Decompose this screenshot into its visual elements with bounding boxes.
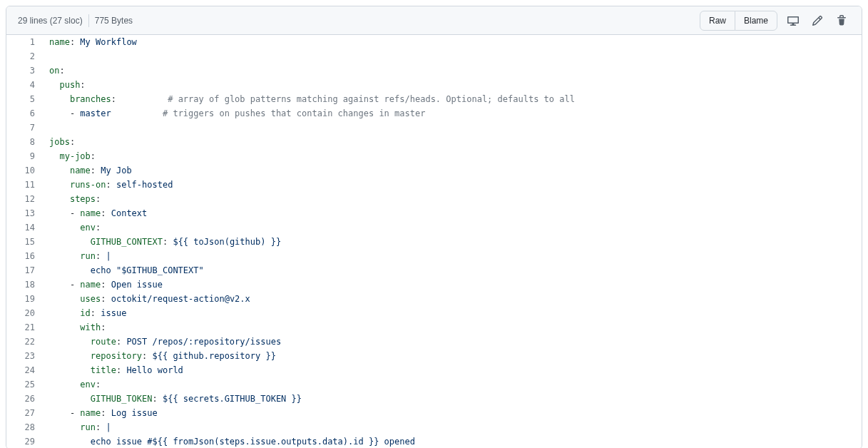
line-number[interactable]: 22 xyxy=(6,335,42,349)
line-number[interactable]: 18 xyxy=(6,278,42,292)
line-number[interactable]: 13 xyxy=(6,206,42,220)
line-content: name: My Workflow xyxy=(42,35,862,49)
code-table: 1name: My Workflow23on:4 push:5 branches… xyxy=(6,35,862,448)
line-content: run: | xyxy=(42,420,862,434)
line-number[interactable]: 16 xyxy=(6,249,42,263)
line-number[interactable]: 4 xyxy=(6,78,42,92)
code-line: 27 - name: Log issue xyxy=(6,406,862,420)
line-number[interactable]: 11 xyxy=(6,178,42,192)
line-number[interactable]: 23 xyxy=(6,349,42,363)
line-number[interactable]: 9 xyxy=(6,149,42,163)
line-content: branches: # array of glob patterns match… xyxy=(42,92,862,106)
code-line: 22 route: POST /repos/:repository/issues xyxy=(6,335,862,349)
line-content: on: xyxy=(42,63,862,78)
code-line: 1name: My Workflow xyxy=(6,35,862,49)
code-line: 12 steps: xyxy=(6,192,862,206)
code-line: 24 title: Hello world xyxy=(6,363,862,377)
code-line: 21 with: xyxy=(6,320,862,335)
pencil-icon[interactable] xyxy=(809,12,826,29)
line-content: uses: octokit/request-action@v2.x xyxy=(42,292,862,306)
divider xyxy=(88,14,89,27)
line-number[interactable]: 5 xyxy=(6,92,42,106)
code-line: 18 - name: Open issue xyxy=(6,278,862,292)
code-body: 1name: My Workflow23on:4 push:5 branches… xyxy=(6,35,862,448)
line-number[interactable]: 21 xyxy=(6,320,42,335)
code-line: 16 run: | xyxy=(6,249,862,263)
line-number[interactable]: 17 xyxy=(6,263,42,278)
line-content: jobs: xyxy=(42,135,862,149)
line-content: name: My Job xyxy=(42,163,862,178)
line-content: repository: ${{ github.repository }} xyxy=(42,349,862,363)
code-line: 10 name: My Job xyxy=(6,163,862,178)
line-number[interactable]: 1 xyxy=(6,35,42,49)
line-content: - name: Open issue xyxy=(42,278,862,292)
desktop-icon[interactable] xyxy=(785,12,802,29)
line-content: run: | xyxy=(42,249,862,263)
line-content: GITHUB_CONTEXT: ${{ toJson(github) }} xyxy=(42,235,862,249)
line-content xyxy=(42,49,862,63)
line-content xyxy=(42,121,862,135)
code-line: 9 my-job: xyxy=(6,149,862,163)
file-header: 29 lines (27 sloc) 775 Bytes Raw Blame xyxy=(6,6,862,35)
code-line: 28 run: | xyxy=(6,420,862,434)
line-content: push: xyxy=(42,78,862,92)
code-line: 4 push: xyxy=(6,78,862,92)
line-number[interactable]: 6 xyxy=(6,106,42,121)
code-line: 19 uses: octokit/request-action@v2.x xyxy=(6,292,862,306)
line-content: route: POST /repos/:repository/issues xyxy=(42,335,862,349)
file-box: 29 lines (27 sloc) 775 Bytes Raw Blame 1… xyxy=(6,6,862,448)
line-content: GITHUB_TOKEN: ${{ secrets.GITHUB_TOKEN }… xyxy=(42,392,862,406)
line-number[interactable]: 28 xyxy=(6,420,42,434)
raw-button[interactable]: Raw xyxy=(700,11,735,31)
code-line: 17 echo "$GITHUB_CONTEXT" xyxy=(6,263,862,278)
line-content: runs-on: self-hosted xyxy=(42,178,862,192)
line-number[interactable]: 26 xyxy=(6,392,42,406)
line-number[interactable]: 25 xyxy=(6,377,42,392)
blame-button[interactable]: Blame xyxy=(735,11,777,31)
line-content: with: xyxy=(42,320,862,335)
line-content: - name: Log issue xyxy=(42,406,862,420)
line-content: my-job: xyxy=(42,149,862,163)
line-content: echo issue #${{ fromJson(steps.issue.out… xyxy=(42,434,862,448)
line-number[interactable]: 10 xyxy=(6,163,42,178)
line-content: title: Hello world xyxy=(42,363,862,377)
line-number[interactable]: 8 xyxy=(6,135,42,149)
code-line: 14 env: xyxy=(6,220,862,235)
line-number[interactable]: 24 xyxy=(6,363,42,377)
line-number[interactable]: 7 xyxy=(6,121,42,135)
line-number[interactable]: 14 xyxy=(6,220,42,235)
line-number[interactable]: 12 xyxy=(6,192,42,206)
code-line: 8jobs: xyxy=(6,135,862,149)
code-line: 3on: xyxy=(6,63,862,78)
line-number[interactable]: 19 xyxy=(6,292,42,306)
line-content: env: xyxy=(42,377,862,392)
code-line: 25 env: xyxy=(6,377,862,392)
code-line: 2 xyxy=(6,49,862,63)
line-number[interactable]: 29 xyxy=(6,434,42,448)
code-line: 26 GITHUB_TOKEN: ${{ secrets.GITHUB_TOKE… xyxy=(6,392,862,406)
file-size: 775 Bytes xyxy=(95,16,133,26)
line-content: echo "$GITHUB_CONTEXT" xyxy=(42,263,862,278)
line-number[interactable]: 20 xyxy=(6,306,42,320)
file-actions: Raw Blame xyxy=(700,11,850,31)
line-content: id: issue xyxy=(42,306,862,320)
code-line: 13 - name: Context xyxy=(6,206,862,220)
line-number[interactable]: 3 xyxy=(6,63,42,78)
code-line: 15 GITHUB_CONTEXT: ${{ toJson(github) }} xyxy=(6,235,862,249)
code-line: 7 xyxy=(6,121,862,135)
line-content: - name: Context xyxy=(42,206,862,220)
line-number[interactable]: 15 xyxy=(6,235,42,249)
line-number[interactable]: 27 xyxy=(6,406,42,420)
code-line: 23 repository: ${{ github.repository }} xyxy=(6,349,862,363)
line-content: env: xyxy=(42,220,862,235)
code-line: 20 id: issue xyxy=(6,306,862,320)
code-line: 5 branches: # array of glob patterns mat… xyxy=(6,92,862,106)
file-info: 29 lines (27 sloc) 775 Bytes xyxy=(18,14,133,27)
btn-group: Raw Blame xyxy=(700,11,777,31)
code-line: 11 runs-on: self-hosted xyxy=(6,178,862,192)
line-content: steps: xyxy=(42,192,862,206)
line-number[interactable]: 2 xyxy=(6,49,42,63)
file-lines-count: 29 lines (27 sloc) xyxy=(18,16,83,26)
trash-icon[interactable] xyxy=(833,12,850,29)
line-content: - master # triggers on pushes that conta… xyxy=(42,106,862,121)
